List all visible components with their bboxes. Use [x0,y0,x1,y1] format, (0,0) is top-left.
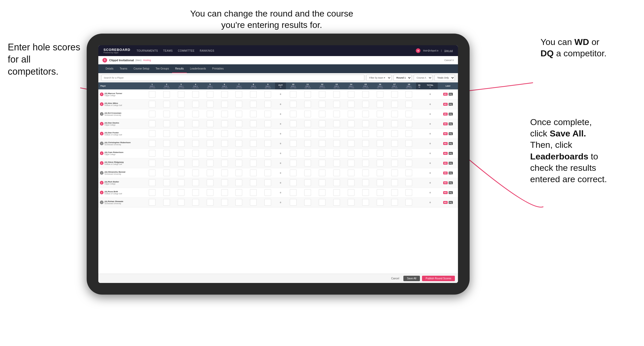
score-input-h16[interactable] [377,120,383,127]
score-input-h14[interactable] [348,130,354,137]
score-input-h8[interactable] [250,130,257,137]
hole-8-input[interactable] [246,139,261,148]
hole-1-input[interactable] [145,119,159,129]
tab-tee-groups[interactable]: Tee Groups [152,64,172,73]
score-input-h5[interactable] [207,150,213,157]
score-input-h11[interactable] [304,170,311,176]
score-input-h9[interactable] [264,140,271,147]
score-input-h17[interactable] [391,150,398,157]
score-input-h15[interactable] [362,160,369,166]
dq-button[interactable]: DQ [449,191,453,194]
score-input-h3[interactable] [178,189,184,196]
score-input-h6[interactable] [221,160,228,166]
score-input-h7[interactable] [235,170,242,176]
score-input-h14[interactable] [348,170,354,176]
score-input-h13[interactable] [333,179,340,186]
hole-3-input[interactable] [174,99,188,109]
dq-button[interactable]: DQ [449,103,453,106]
score-input-h7[interactable] [235,179,242,186]
score-input-h6[interactable] [221,150,228,157]
score-input-h3[interactable] [178,150,184,157]
score-input-h14[interactable] [348,91,354,98]
score-input-h4[interactable] [192,91,199,98]
score-input-h17[interactable] [391,111,398,117]
hole-6-input[interactable] [217,158,232,168]
hole-12-input[interactable] [315,129,329,139]
hole-6-input[interactable] [217,139,232,148]
score-input-h13[interactable] [333,130,340,137]
hole-14-input[interactable] [344,99,358,109]
score-input-h10[interactable] [290,91,297,98]
hole-8-input[interactable] [246,158,261,168]
score-input-h1[interactable] [149,111,156,117]
score-input-h2[interactable] [163,179,170,186]
hole-4-input[interactable] [188,119,203,129]
score-input-h17[interactable] [391,140,398,147]
hole-8-input[interactable] [246,109,261,119]
save-all-button[interactable]: Save All [403,276,420,281]
score-input-h8[interactable] [250,111,257,117]
score-input-h7[interactable] [235,140,242,147]
hole-14-input[interactable] [344,89,358,99]
score-input-h2[interactable] [163,189,170,196]
hole-1-input[interactable] [145,158,159,168]
hole-9-input[interactable] [261,188,275,197]
score-input-h9[interactable] [264,130,271,137]
score-input-h18[interactable] [405,130,412,137]
score-input-h16[interactable] [377,179,383,186]
hole-6-input[interactable] [217,148,232,158]
score-input-h6[interactable] [221,189,228,196]
score-input-h9[interactable] [264,120,271,127]
score-input-h12[interactable] [319,199,325,206]
score-input-h5[interactable] [207,120,213,127]
hole-9-input[interactable] [261,119,275,129]
score-input-h18[interactable] [405,189,412,196]
hole-4-input[interactable] [188,197,203,207]
dq-button[interactable]: DQ [449,172,453,174]
hole-3-input[interactable] [174,158,188,168]
score-input-h7[interactable] [235,130,242,137]
score-input-h4[interactable] [192,199,199,206]
hole-13-input[interactable] [329,168,344,178]
hole-7-input[interactable] [232,109,246,119]
hole-3-input[interactable] [174,129,188,139]
hole-10-input[interactable] [286,168,300,178]
score-input-h16[interactable] [377,91,383,98]
hole-5-input[interactable] [203,139,217,148]
score-input-h4[interactable] [192,179,199,186]
hole-5-input[interactable] [203,89,217,99]
hole-11-input[interactable] [300,158,315,168]
hole-3-input[interactable] [174,139,188,148]
score-input-h7[interactable] [235,199,242,206]
hole-11-input[interactable] [300,89,315,99]
hole-2-input[interactable] [159,89,174,99]
score-input-h11[interactable] [304,179,311,186]
score-input-h1[interactable] [149,150,156,157]
hole-6-input[interactable] [217,168,232,178]
score-input-h12[interactable] [319,130,325,137]
hole-9-input[interactable] [261,158,275,168]
hole-5-input[interactable] [203,188,217,197]
hole-17-input[interactable] [387,139,402,148]
score-input-h1[interactable] [149,101,156,107]
hole-3-input[interactable] [174,119,188,129]
hole-17-input[interactable] [387,99,402,109]
score-input-h13[interactable] [333,120,340,127]
score-input-h4[interactable] [192,101,199,107]
hole-10-input[interactable] [286,89,300,99]
hole-18-input[interactable] [402,89,416,99]
score-input-h2[interactable] [163,101,170,107]
score-input-h1[interactable] [149,130,156,137]
score-input-h10[interactable] [290,130,297,137]
score-input-h11[interactable] [304,160,311,166]
score-input-h6[interactable] [221,101,228,107]
hole-16-input[interactable] [373,148,387,158]
score-input-h4[interactable] [192,189,199,196]
score-input-h16[interactable] [377,160,383,166]
round-select[interactable]: Round 1 [394,75,412,81]
score-input-h16[interactable] [377,130,383,137]
hole-15-input[interactable] [358,109,373,119]
hole-10-input[interactable] [286,158,300,168]
hole-8-input[interactable] [246,129,261,139]
tab-course-setup[interactable]: Course Setup [130,64,152,73]
